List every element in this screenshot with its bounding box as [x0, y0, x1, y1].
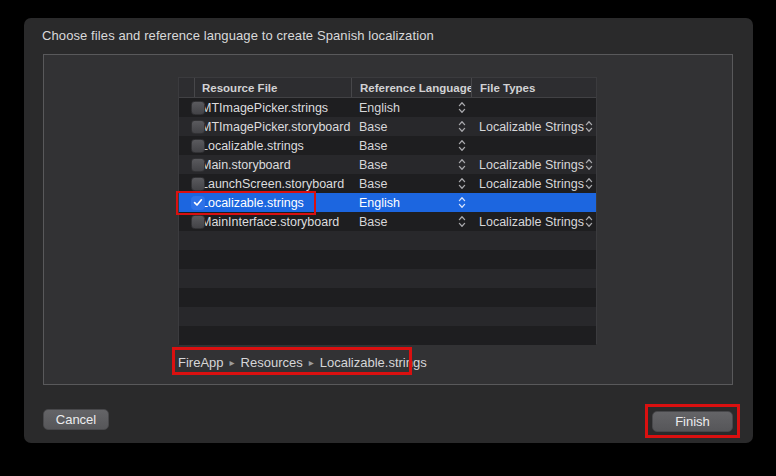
breadcrumb: FireApp▸Resources▸Localizable.strings: [178, 353, 427, 373]
empty-table-row: [179, 250, 596, 269]
file-types-value: Localizable Strings: [479, 120, 584, 134]
file-types-value: Localizable Strings: [479, 177, 584, 191]
reference-language-value: Base: [359, 158, 388, 172]
checkbox-cell: [179, 117, 194, 136]
checkbox-cell: [179, 212, 194, 231]
reference-language-value: Base: [359, 215, 388, 229]
reference-language-popup[interactable]: Base: [351, 117, 471, 136]
popup-stepper-icon: [458, 158, 466, 171]
checkbox-cell: [179, 193, 194, 212]
table-row[interactable]: MainInterface.storyboardBaseLocalizable …: [179, 212, 596, 231]
reference-language-popup[interactable]: Base: [351, 155, 471, 174]
table-row[interactable]: Main.storyboardBaseLocalizable Strings: [179, 155, 596, 174]
popup-stepper-icon: [585, 120, 593, 133]
empty-table-row: [179, 326, 596, 345]
popup-stepper-icon: [458, 196, 466, 209]
resource-file-name: Localizable.strings: [194, 136, 351, 155]
breadcrumb-separator-icon: ▸: [224, 357, 241, 368]
row-checkbox[interactable]: [191, 177, 205, 191]
table-row[interactable]: MTImagePicker.storyboardBaseLocalizable …: [179, 117, 596, 136]
table-row[interactable]: MTImagePicker.stringsEnglish: [179, 98, 596, 117]
reference-language-popup[interactable]: Base: [351, 174, 471, 193]
resource-file-name: Localizable.strings: [194, 193, 351, 212]
reference-language-value: English: [359, 196, 400, 210]
popup-stepper-icon: [458, 139, 466, 152]
column-header-reference-language: Reference Language: [351, 78, 471, 97]
breadcrumb-segment: Resources: [241, 355, 303, 370]
row-checkbox[interactable]: [191, 215, 205, 229]
checkbox-cell: [179, 98, 194, 117]
file-types-empty: [471, 98, 598, 117]
popup-stepper-icon: [585, 215, 593, 228]
popup-stepper-icon: [458, 101, 466, 114]
breadcrumb-separator-icon: ▸: [303, 357, 320, 368]
files-table: Resource File Reference Language File Ty…: [178, 77, 597, 344]
row-checkbox[interactable]: [191, 196, 205, 210]
popup-stepper-icon: [458, 177, 466, 190]
resource-file-name: MTImagePicker.strings: [194, 98, 351, 117]
column-header-file-types: File Types: [471, 78, 598, 97]
table-header: Resource File Reference Language File Ty…: [179, 78, 596, 98]
file-types-empty: [471, 136, 598, 155]
empty-table-row: [179, 307, 596, 326]
table-row[interactable]: LaunchScreen.storyboardBaseLocalizable S…: [179, 174, 596, 193]
file-types-value: Localizable Strings: [479, 215, 584, 229]
row-checkbox[interactable]: [191, 120, 205, 134]
localization-dialog: Choose files and reference language to c…: [24, 18, 753, 443]
popup-stepper-icon: [458, 120, 466, 133]
table-row[interactable]: Localizable.stringsEnglish: [179, 193, 596, 212]
file-types-value: Localizable Strings: [479, 158, 584, 172]
checkbox-cell: [179, 136, 194, 155]
breadcrumb-segment: FireApp: [178, 355, 224, 370]
file-types-popup[interactable]: Localizable Strings: [471, 174, 598, 193]
reference-language-popup[interactable]: English: [351, 193, 471, 212]
file-types-popup[interactable]: Localizable Strings: [471, 117, 598, 136]
popup-stepper-icon: [458, 215, 466, 228]
row-checkbox[interactable]: [191, 139, 205, 153]
resource-file-name: LaunchScreen.storyboard: [194, 174, 351, 193]
cancel-button[interactable]: Cancel: [43, 409, 109, 430]
checkbox-cell: [179, 155, 194, 174]
file-types-popup[interactable]: Localizable Strings: [471, 212, 598, 231]
screen-background: Choose files and reference language to c…: [0, 0, 776, 476]
column-header-resource-file: Resource File: [194, 78, 351, 97]
column-header-checkbox: [179, 78, 194, 97]
reference-language-popup[interactable]: English: [351, 98, 471, 117]
empty-table-row: [179, 231, 596, 250]
checkbox-cell: [179, 174, 194, 193]
content-panel: Resource File Reference Language File Ty…: [43, 54, 733, 385]
table-row[interactable]: Localizable.stringsBase: [179, 136, 596, 155]
resource-file-name: MTImagePicker.storyboard: [194, 117, 351, 136]
row-checkbox[interactable]: [191, 158, 205, 172]
reference-language-value: English: [359, 101, 400, 115]
empty-table-row: [179, 288, 596, 307]
row-checkbox[interactable]: [191, 101, 205, 115]
resource-file-name: Main.storyboard: [194, 155, 351, 174]
reference-language-popup[interactable]: Base: [351, 212, 471, 231]
popup-stepper-icon: [585, 177, 593, 190]
popup-stepper-icon: [585, 158, 593, 171]
table-body: MTImagePicker.stringsEnglishMTImagePicke…: [179, 98, 596, 345]
reference-language-value: Base: [359, 120, 388, 134]
resource-file-name: MainInterface.storyboard: [194, 212, 351, 231]
reference-language-value: Base: [359, 139, 388, 153]
file-types-empty: [471, 193, 598, 212]
file-types-popup[interactable]: Localizable Strings: [471, 155, 598, 174]
empty-table-row: [179, 269, 596, 288]
reference-language-value: Base: [359, 177, 388, 191]
reference-language-popup[interactable]: Base: [351, 136, 471, 155]
dialog-title: Choose files and reference language to c…: [42, 28, 434, 43]
finish-button[interactable]: Finish: [652, 411, 733, 432]
breadcrumb-segment: Localizable.strings: [320, 355, 427, 370]
